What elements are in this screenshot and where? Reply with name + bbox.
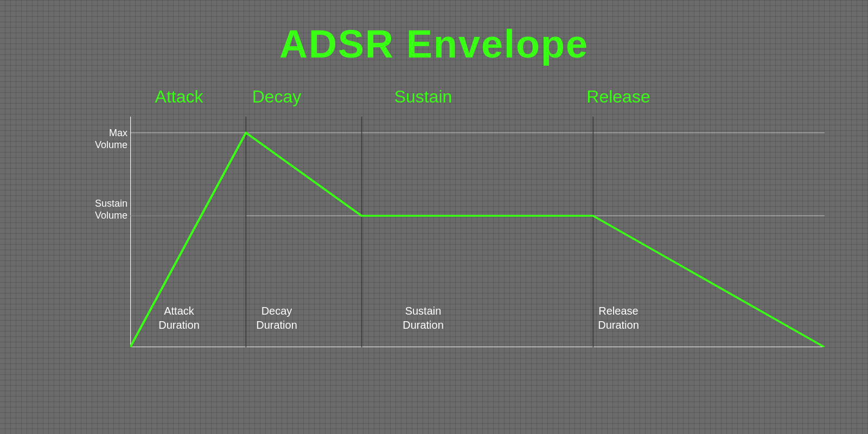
phase-label-sustain: Sustain [326, 87, 521, 114]
page-title: ADSR Envelope [0, 0, 868, 66]
decay-duration-label: DecayDuration [228, 304, 326, 332]
phase-label-decay: Decay [228, 87, 326, 114]
chart-area: Max Volume SustainVolume [98, 117, 825, 347]
sustain-volume-label: SustainVolume [95, 198, 127, 221]
y-axis-labels: Max Volume SustainVolume [98, 117, 130, 347]
duration-labels: AttackDuration DecayDuration SustainDura… [130, 298, 825, 347]
sustain-duration-label: SustainDuration [326, 304, 521, 332]
attack-duration-label: AttackDuration [130, 304, 228, 332]
diagram-container: Attack Decay Sustain Release Max Volume … [98, 87, 825, 401]
release-duration-label: ReleaseDuration [521, 304, 716, 332]
phase-labels-row: Attack Decay Sustain Release [130, 87, 825, 114]
phase-label-release: Release [521, 87, 716, 114]
max-volume-label: Max Volume [95, 127, 127, 151]
phase-label-attack: Attack [130, 87, 228, 114]
